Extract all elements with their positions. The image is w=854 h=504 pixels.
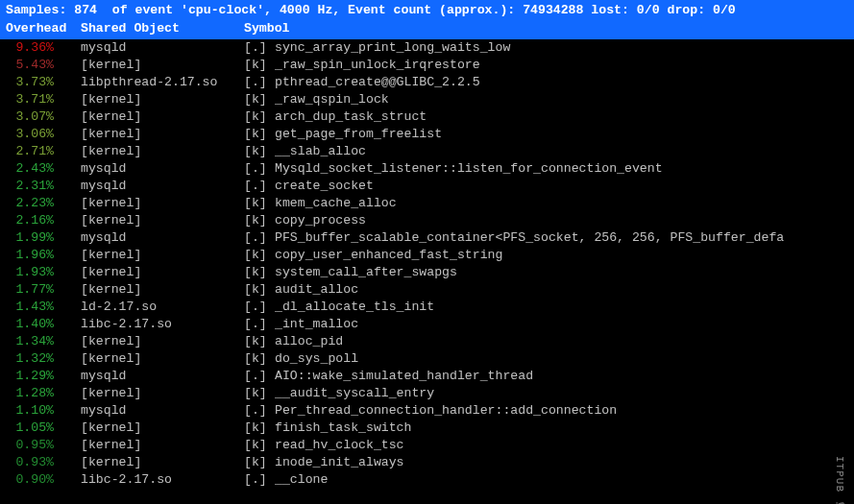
perf-row[interactable]: 1.32%[kernel][k]do_sys_poll [6,350,848,368]
symbol-kind: [k] [244,420,275,437]
symbol-name: copy_process [275,212,848,229]
symbol-name: _raw_spin_unlock_irqrestore [275,57,848,74]
perf-row[interactable]: 5.43%[kernel][k]_raw_spin_unlock_irqrest… [6,57,848,74]
shared-object: [kernel] [81,126,244,143]
perf-row[interactable]: 0.95%[kernel][k]read_hv_clock_tsc [6,437,848,454]
perf-row[interactable]: 1.10%mysqld[.]Per_thread_connection_hand… [6,402,848,420]
perf-rows: 9.36%mysqld[.]sync_array_print_long_wait… [0,39,854,489]
perf-row[interactable]: 1.99%mysqld[.]PFS_buffer_scalable_contai… [6,229,848,247]
symbol-name: system_call_after_swapgs [275,264,848,281]
symbol-kind: [k] [244,264,275,281]
symbol-kind: [.] [244,39,275,57]
perf-row[interactable]: 2.31%mysqld[.]create_socket [6,178,848,195]
overhead-value: 3.71% [6,91,81,108]
perf-row[interactable]: 3.73%libpthread-2.17.so[.]pthread_create… [6,74,848,91]
symbol-kind: [.] [244,368,275,385]
shared-object: [kernel] [81,91,244,108]
symbol-kind: [k] [244,333,275,350]
symbol-kind: [.] [244,178,275,195]
overhead-value: 1.34% [6,333,81,350]
shared-object: mysqld [81,160,244,178]
shared-object: [kernel] [81,437,244,454]
symbol-name: Mysqld_socket_listener::listen_for_conne… [275,160,848,178]
symbol-kind: [.] [244,402,275,420]
overhead-value: 5.43% [6,57,81,74]
symbol-kind: [.] [244,316,275,333]
shared-object: mysqld [81,39,244,57]
perf-row[interactable]: 1.77%[kernel][k]audit_alloc [6,281,848,299]
watermark-text: ITPUB博客 [831,456,848,494]
overhead-value: 1.29% [6,368,81,385]
symbol-kind: [k] [244,143,275,160]
symbol-name: _dl_allocate_tls_init [275,299,848,316]
overhead-value: 1.32% [6,350,81,368]
perf-row[interactable]: 0.90%libc-2.17.so[.]__clone [6,471,848,489]
symbol-name: __slab_alloc [275,143,848,160]
symbol-name: AIO::wake_simulated_handler_thread [275,368,848,385]
symbol-name: __audit_syscall_entry [275,385,848,402]
perf-row[interactable]: 3.07%[kernel][k]arch_dup_task_struct [6,108,848,126]
symbol-name: inode_init_always [275,454,848,471]
perf-row[interactable]: 0.93%[kernel][k]inode_init_always [6,454,848,471]
col-header-overhead: Overhead [6,20,81,37]
shared-object: [kernel] [81,247,244,264]
perf-row[interactable]: 1.96%[kernel][k]copy_user_enhanced_fast_… [6,247,848,264]
perf-row[interactable]: 1.93%[kernel][k]system_call_after_swapgs [6,264,848,281]
col-header-object: Shared Object [81,20,244,37]
symbol-kind: [.] [244,471,275,489]
shared-object: libc-2.17.so [81,471,244,489]
symbol-kind: [k] [244,454,275,471]
shared-object: libpthread-2.17.so [81,74,244,91]
shared-object: [kernel] [81,333,244,350]
symbol-name: arch_dup_task_struct [275,108,848,126]
symbol-kind: [k] [244,385,275,402]
symbol-kind: [k] [244,212,275,229]
symbol-name: __clone [275,471,848,489]
shared-object: [kernel] [81,264,244,281]
perf-row[interactable]: 2.23%[kernel][k]kmem_cache_alloc [6,195,848,212]
perf-row[interactable]: 2.43%mysqld[.]Mysqld_socket_listener::li… [6,160,848,178]
symbol-kind: [k] [244,281,275,299]
overhead-value: 0.95% [6,437,81,454]
perf-row[interactable]: 1.40%libc-2.17.so[.]_int_malloc [6,316,848,333]
overhead-value: 1.77% [6,281,81,299]
shared-object: [kernel] [81,454,244,471]
symbol-name: kmem_cache_alloc [275,195,848,212]
perf-row[interactable]: 9.36%mysqld[.]sync_array_print_long_wait… [6,39,848,57]
shared-object: mysqld [81,229,244,247]
shared-object: [kernel] [81,143,244,160]
perf-row[interactable]: 1.28%[kernel][k]__audit_syscall_entry [6,385,848,402]
perf-row[interactable]: 1.05%[kernel][k]finish_task_switch [6,420,848,437]
shared-object: mysqld [81,368,244,385]
symbol-kind: [.] [244,74,275,91]
overhead-value: 2.71% [6,143,81,160]
overhead-value: 2.43% [6,160,81,178]
symbol-name: audit_alloc [275,281,848,299]
col-header-symbol: Symbol [244,20,848,37]
symbol-kind: [k] [244,91,275,108]
shared-object: [kernel] [81,420,244,437]
perf-row[interactable]: 3.71%[kernel][k]_raw_qspin_lock [6,91,848,108]
perf-row[interactable]: 2.16%[kernel][k]copy_process [6,212,848,229]
perf-row[interactable]: 1.43%ld-2.17.so[.]_dl_allocate_tls_init [6,299,848,316]
perf-row[interactable]: 3.06%[kernel][k]get_page_from_freelist [6,126,848,143]
overhead-value: 2.23% [6,195,81,212]
shared-object: mysqld [81,402,244,420]
symbol-kind: [.] [244,160,275,178]
overhead-value: 1.28% [6,385,81,402]
shared-object: mysqld [81,178,244,195]
perf-header-columns: Overhead Shared Object Symbol [0,20,854,39]
symbol-name: get_page_from_freelist [275,126,848,143]
shared-object: [kernel] [81,108,244,126]
symbol-name: read_hv_clock_tsc [275,437,848,454]
perf-row[interactable]: 2.71%[kernel][k]__slab_alloc [6,143,848,160]
perf-row[interactable]: 1.34%[kernel][k]alloc_pid [6,333,848,350]
shared-object: libc-2.17.so [81,316,244,333]
symbol-name: _raw_qspin_lock [275,91,848,108]
overhead-value: 2.31% [6,178,81,195]
perf-row[interactable]: 1.29%mysqld[.]AIO::wake_simulated_handle… [6,368,848,385]
shared-object: [kernel] [81,195,244,212]
shared-object: [kernel] [81,281,244,299]
symbol-kind: [.] [244,299,275,316]
overhead-value: 3.07% [6,108,81,126]
